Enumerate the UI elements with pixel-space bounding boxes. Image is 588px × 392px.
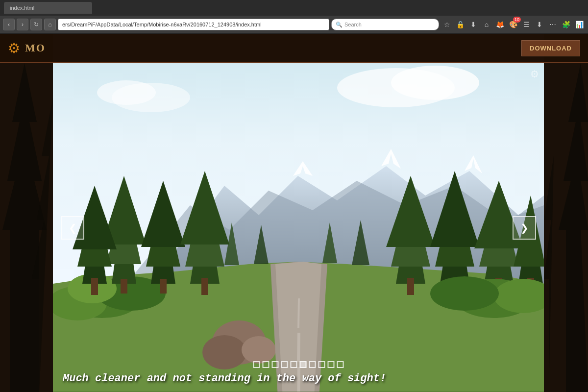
app-title: MO	[25, 42, 46, 54]
caption-text: Much cleaner and not standing in the way…	[63, 372, 386, 385]
browser-chrome: index.html ‹ › ↻ ⌂ ers/DreamPiF/AppData/…	[0, 0, 588, 34]
svg-point-67	[430, 276, 499, 311]
apps-icon[interactable]: ⌂	[481, 19, 492, 30]
forward-button[interactable]: ›	[17, 19, 28, 30]
svg-rect-40	[201, 278, 208, 295]
app-gear-icon: ⚙	[8, 40, 20, 56]
tab-label: index.html	[10, 5, 34, 11]
app-topbar: ⚙ MO DOWNLOAD	[0, 34, 588, 63]
download-button[interactable]: DOWNLOAD	[521, 40, 580, 56]
dot-3[interactable]	[272, 361, 279, 368]
download-nav-icon[interactable]: ⬇	[467, 19, 479, 30]
address-bar[interactable]: ers/DreamPiF/AppData/Local/Temp/Mobirise…	[58, 19, 329, 30]
tab-bar: index.html	[0, 0, 588, 16]
menu-icon[interactable]: ☰	[520, 19, 532, 30]
notification-icon[interactable]: 🎨 10	[507, 19, 519, 30]
carousel-prev-button[interactable]: ❮	[61, 216, 84, 240]
side-panel-left	[0, 34, 53, 392]
firefox-icon[interactable]: 🦊	[494, 19, 506, 30]
svg-point-22	[202, 335, 246, 369]
stats-icon[interactable]: 📊	[573, 19, 585, 30]
dot-1[interactable]	[253, 361, 260, 368]
nav-bar: ‹ › ↻ ⌂ ers/DreamPiF/AppData/Local/Temp/…	[0, 16, 588, 33]
dot-7[interactable]	[309, 361, 316, 368]
shield-icon[interactable]: 🔒	[454, 19, 466, 30]
svg-point-13	[391, 66, 479, 100]
browser-tab[interactable]: index.html	[4, 2, 92, 14]
dot-9[interactable]	[328, 361, 335, 368]
nav-icons: ☆ 🔒 ⬇ ⌂ 🦊 🎨 10 ☰ ⬇ ⋯ 🧩 📊	[441, 19, 585, 30]
svg-marker-27	[297, 333, 300, 362]
website-area: ⚙ MO DOWNLOAD	[0, 34, 588, 392]
dot-2[interactable]	[263, 361, 270, 368]
puzzle-icon[interactable]: 🧩	[560, 19, 572, 30]
dot-10[interactable]	[337, 361, 344, 368]
svg-rect-44	[91, 278, 98, 295]
dot-8[interactable]	[318, 361, 325, 368]
prev-icon: ❮	[69, 222, 77, 234]
dot-4[interactable]	[281, 361, 288, 368]
extensions-icon[interactable]: ⬇	[534, 19, 545, 30]
more-icon[interactable]: ⋯	[547, 19, 559, 30]
next-icon: ❯	[520, 222, 529, 234]
refresh-button[interactable]: ↻	[30, 19, 42, 30]
svg-rect-32	[121, 279, 127, 294]
carousel-next-button[interactable]: ❯	[513, 216, 536, 240]
bookmark-icon[interactable]: ☆	[441, 19, 453, 30]
slider-image	[53, 63, 544, 392]
landscape-svg	[53, 63, 544, 392]
home-button[interactable]: ⌂	[44, 19, 56, 30]
dot-6[interactable]	[300, 361, 307, 368]
svg-point-23	[242, 336, 276, 364]
svg-rect-36	[160, 279, 167, 294]
search-icon: 🔍	[336, 22, 343, 28]
notification-badge: 10	[513, 17, 521, 23]
slider-settings-icon[interactable]: ⚙	[530, 68, 539, 80]
carousel-dots	[253, 361, 344, 368]
slider-container: ❮ ❯ ⚙ Much cleaner and not standing in t…	[53, 63, 544, 392]
svg-rect-48	[407, 278, 414, 295]
search-bar[interactable]: 🔍 Search	[331, 19, 439, 30]
back-button[interactable]: ‹	[3, 19, 15, 30]
side-panel-right	[544, 34, 588, 392]
dot-5[interactable]	[291, 361, 297, 368]
app-logo: ⚙ MO	[8, 40, 46, 56]
svg-point-15	[97, 80, 156, 105]
slider-caption: Much cleaner and not standing in the way…	[53, 368, 544, 389]
search-placeholder: Search	[344, 22, 362, 27]
address-text: ers/DreamPiF/AppData/Local/Temp/Mobirise…	[62, 22, 262, 27]
